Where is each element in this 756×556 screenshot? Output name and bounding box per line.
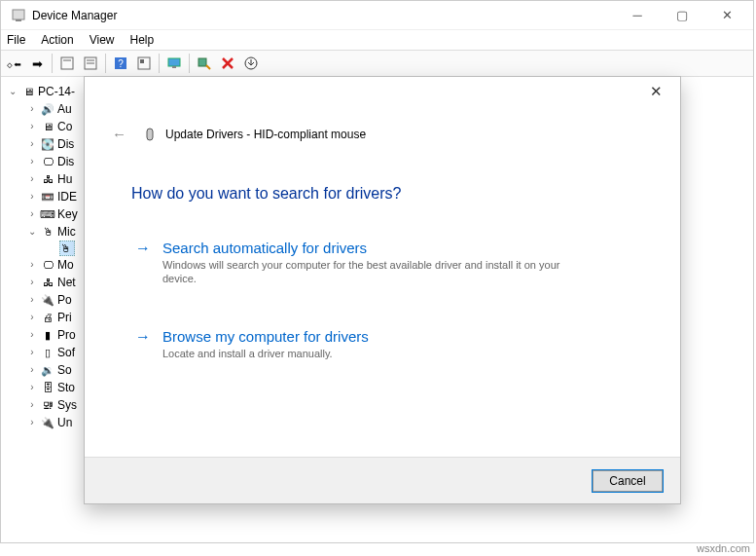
minimize-button[interactable]: ─	[615, 2, 660, 29]
device-icon: 🖱	[59, 241, 75, 256]
device-icon: 🔉	[40, 362, 55, 378]
option-title: Browse my computer for drivers	[162, 328, 369, 345]
device-icon: 💽	[40, 136, 55, 152]
help-icon[interactable]: ?	[110, 53, 131, 74]
toolbar-icon-1[interactable]	[56, 53, 78, 74]
expand-icon[interactable]: ›	[26, 135, 38, 153]
expand-icon[interactable]: ›	[26, 344, 38, 361]
mouse-icon	[142, 127, 158, 142]
device-icon: 📼	[40, 189, 55, 204]
forward-icon[interactable]: ➡	[26, 53, 48, 74]
device-icon: 🔊	[40, 101, 55, 117]
tree-item-label: Mo	[57, 256, 74, 274]
back-arrow-icon[interactable]: ←	[112, 126, 134, 142]
cancel-button[interactable]: Cancel	[593, 470, 663, 492]
expand-icon[interactable]: ›	[26, 188, 38, 205]
menubar: File Action View Help	[1, 30, 753, 50]
device-icon: 🖧	[40, 171, 55, 187]
maximize-button[interactable]: ▢	[660, 2, 704, 29]
device-icon: 🖥	[40, 119, 55, 134]
tree-item-label: Sys	[57, 396, 77, 414]
tree-item-label: Sto	[57, 379, 75, 396]
tree-root-label: PC-14-	[38, 83, 75, 100]
expand-icon[interactable]: ›	[26, 256, 38, 274]
device-icon: 🔌	[40, 292, 55, 308]
expand-icon[interactable]: ›	[26, 291, 38, 309]
expand-icon[interactable]: ›	[26, 170, 38, 188]
app-icon	[11, 8, 26, 23]
tree-item-label: Sof	[57, 344, 75, 361]
tree-item-label: Un	[57, 414, 72, 431]
update-icon[interactable]	[240, 53, 262, 74]
dialog-footer: Cancel	[85, 457, 680, 503]
expand-icon[interactable]: ›	[26, 326, 38, 344]
arrow-icon: →	[135, 240, 151, 257]
dialog-header: ← Update Drivers - HID-compliant mouse	[85, 77, 680, 142]
titlebar: Device Manager ─ ▢ ✕	[1, 1, 753, 30]
toolbar-icon-2[interactable]	[80, 53, 101, 74]
device-icon: 🖳	[40, 397, 55, 413]
svg-rect-10	[140, 59, 144, 63]
tree-item-label: Po	[57, 291, 72, 309]
expand-icon[interactable]: ›	[26, 118, 38, 135]
svg-rect-11	[168, 58, 180, 66]
tree-item-label: Au	[57, 100, 72, 118]
close-button[interactable]: ✕	[704, 2, 749, 29]
device-icon: ⌨	[40, 206, 55, 222]
tree-item-label: Pro	[57, 326, 76, 344]
toolbar-icon-4[interactable]	[133, 53, 155, 74]
expand-icon[interactable]: ›	[26, 361, 38, 379]
device-icon: 🖧	[40, 275, 55, 290]
scan-icon[interactable]	[194, 53, 215, 74]
menu-help[interactable]: Help	[130, 33, 155, 47]
watermark: wsxdn.com	[697, 542, 750, 554]
expand-icon[interactable]: ›	[26, 396, 38, 414]
device-icon: 🖨	[40, 310, 55, 325]
device-icon: 🔌	[40, 415, 55, 430]
tree-item-label: Dis	[57, 135, 74, 153]
expand-icon[interactable]: ›	[26, 379, 38, 396]
expand-icon[interactable]: ›	[26, 205, 38, 223]
update-drivers-dialog: ✕ ← Update Drivers - HID-compliant mouse…	[84, 76, 681, 504]
svg-rect-15	[147, 129, 153, 140]
svg-rect-0	[13, 10, 24, 19]
option-title: Search automatically for drivers	[162, 240, 571, 256]
expand-icon[interactable]: ›	[26, 274, 38, 291]
menu-view[interactable]: View	[90, 33, 115, 47]
dialog-close-button[interactable]: ✕	[641, 83, 670, 106]
device-icon: 🗄	[40, 380, 55, 395]
back-icon[interactable]: ⬦⬅	[3, 53, 24, 74]
expand-icon[interactable]: ⌄	[26, 223, 38, 241]
tree-item-label: Co	[57, 118, 72, 135]
svg-rect-1	[16, 19, 21, 21]
svg-rect-13	[198, 58, 206, 66]
dialog-question: How do you want to search for drivers?	[131, 185, 631, 203]
expand-icon[interactable]: ›	[26, 153, 38, 170]
monitor-icon[interactable]	[163, 53, 185, 74]
dialog-title: Update Drivers - HID-compliant mouse	[165, 128, 366, 141]
arrow-icon: →	[135, 328, 151, 346]
tree-item-label: Hu	[57, 170, 72, 188]
device-icon: ▯	[40, 345, 55, 360]
svg-rect-12	[172, 66, 176, 68]
tree-item-label: Dis	[57, 153, 74, 170]
device-icon: 🖱	[40, 224, 55, 240]
window-title: Device Manager	[32, 9, 615, 22]
expand-icon[interactable]: ›	[26, 100, 38, 118]
expand-icon[interactable]: ›	[26, 414, 38, 431]
menu-file[interactable]: File	[7, 33, 25, 47]
tree-item-label: So	[57, 361, 72, 379]
device-icon: 🖵	[40, 154, 55, 169]
option-browse-computer[interactable]: → Browse my computer for drivers Locate …	[131, 318, 631, 393]
toolbar: ⬦⬅ ➡ ?	[1, 50, 753, 77]
tree-item-label: Net	[57, 274, 76, 291]
tree-item-label: IDE	[57, 188, 77, 205]
delete-icon[interactable]	[217, 53, 238, 74]
computer-icon: 🖥	[20, 84, 36, 99]
option-desc: Windows will search your computer for th…	[162, 258, 571, 285]
collapse-icon[interactable]: ⌄	[7, 83, 18, 100]
option-search-automatically[interactable]: → Search automatically for drivers Windo…	[131, 230, 631, 318]
menu-action[interactable]: Action	[41, 33, 73, 47]
expand-icon[interactable]: ›	[26, 309, 38, 326]
option-desc: Locate and install a driver manually.	[162, 347, 369, 360]
